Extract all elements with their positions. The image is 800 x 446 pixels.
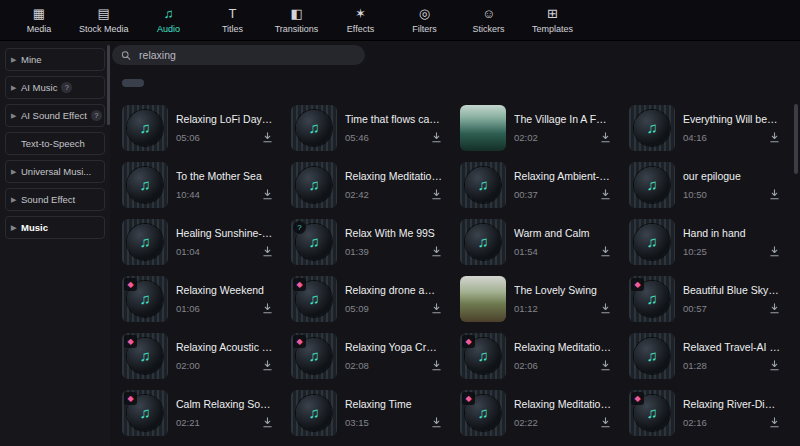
toolbar-item[interactable]: T Titles [202, 7, 264, 34]
audio-card[interactable]: ◆ ♫ Beautiful Blue Sky-AI m... 00:57 [627, 270, 790, 327]
audio-thumbnail: ♫ [629, 219, 675, 265]
audio-card[interactable]: ♫ our epilogue 10:50 [627, 156, 790, 213]
download-icon[interactable] [431, 132, 442, 143]
audio-card[interactable]: ♫ Relaxing Ambient-AI M... 00:37 [458, 156, 621, 213]
toolbar-item[interactable]: ▤ Stock Media [72, 7, 136, 34]
vinyl-disc: ♫ [296, 167, 332, 203]
audio-card[interactable]: ♫ Healing Sunshine-AI m... 01:04 [120, 213, 283, 270]
chevron-right-icon: ▶ [11, 84, 16, 92]
download-icon[interactable] [262, 246, 273, 257]
download-icon[interactable] [600, 246, 611, 257]
download-icon[interactable] [769, 360, 780, 371]
download-icon[interactable] [769, 303, 780, 314]
audio-meta: Hand in hand 10:25 [683, 227, 788, 257]
audio-card[interactable]: ♫ Relaxing Time 03:15 [289, 384, 452, 441]
audio-title: Relaxing Ambient-AI M... [514, 170, 611, 182]
audio-card[interactable]: ◆ ♫ Relaxing Weekend 01:06 [120, 270, 283, 327]
results-tab[interactable] [122, 79, 144, 87]
download-icon[interactable] [431, 417, 442, 428]
audio-meta: Relaxing Weekend 01:06 [176, 284, 281, 314]
toolbar-item[interactable]: ☺ Stickers [458, 7, 520, 34]
sidebar-item[interactable]: ▶ Sound Effect [5, 188, 105, 211]
search-icon [121, 50, 131, 61]
music-note-icon: ♫ [646, 120, 657, 135]
chevron-right-icon: ▶ [11, 112, 16, 120]
download-icon[interactable] [431, 246, 442, 257]
audio-card[interactable]: ♫ Time that flows calmly 05:46 [289, 99, 452, 156]
download-icon[interactable] [262, 189, 273, 200]
music-note-icon: ♫ [646, 234, 657, 249]
audio-card[interactable]: ♫ To the Mother Sea 10:44 [120, 156, 283, 213]
sidebar-item[interactable]: Text-to-Speech [5, 132, 105, 155]
titles-icon: T [229, 7, 237, 22]
audio-card[interactable]: ♫ Relaxed Travel-AI Music 01:28 [627, 327, 790, 384]
download-icon[interactable] [600, 360, 611, 371]
toolbar-item[interactable]: ▦ Media [8, 7, 70, 34]
audio-card[interactable]: ◆ ♫ Relaxing Acoustic Musi... 02:00 [120, 327, 283, 384]
sidebar-item[interactable]: ▶ Universal Musi... [5, 160, 105, 183]
sidebar-item-label: Mine [21, 54, 42, 65]
audio-card[interactable]: ? ♫ Relax With Me 99S 01:39 [289, 213, 452, 270]
audio-title: Relaxing Time [345, 398, 442, 410]
download-icon[interactable] [769, 132, 780, 143]
download-icon[interactable] [769, 246, 780, 257]
sidebar-item[interactable]: ▶ Music [5, 216, 105, 239]
sidebar-item-label: Music [21, 222, 48, 233]
audio-card[interactable]: ♫ Warm and Calm 01:54 [458, 213, 621, 270]
audio-card[interactable]: ♫ Relaxing LoFi Day-AI m... 05:06 [120, 99, 283, 156]
search-box[interactable] [112, 45, 365, 65]
toolbar-item[interactable]: ♫ Audio [138, 7, 200, 34]
chevron-right-icon: ▶ [11, 196, 16, 204]
download-icon[interactable] [431, 360, 442, 371]
music-note-icon: ♫ [308, 120, 319, 135]
audio-meta: Healing Sunshine-AI m... 01:04 [176, 227, 281, 257]
vinyl-disc: ♫ [634, 110, 670, 146]
download-icon[interactable] [431, 189, 442, 200]
audio-card[interactable]: ◆ ♫ Relaxing Yoga Creek - ... 02:08 [289, 327, 452, 384]
download-icon[interactable] [600, 303, 611, 314]
sidebar-item[interactable]: ▶ AI Sound Effect ? [5, 104, 105, 127]
download-icon[interactable] [769, 417, 780, 428]
toolbar-item[interactable]: ⊞ Templates [522, 7, 584, 34]
audio-duration: 05:06 [176, 132, 200, 143]
audio-card[interactable]: ◆ ♫ Relaxing Meditation - ... 02:22 [458, 384, 621, 441]
audio-card[interactable]: ♫ Relaxing Meditation(54... 02:42 [289, 156, 452, 213]
audio-duration: 01:54 [514, 246, 538, 257]
sidebar-item[interactable]: ▶ Mine [5, 48, 105, 71]
audio-card[interactable]: ◆ ♫ Relaxing drone ambient 05:09 [289, 270, 452, 327]
toolbar-label: Templates [532, 24, 573, 34]
download-icon[interactable] [262, 417, 273, 428]
sidebar-item[interactable]: ▶ AI Music ? [5, 76, 105, 99]
audio-card[interactable]: ♫ Hand in hand 10:25 [627, 213, 790, 270]
download-icon[interactable] [600, 132, 611, 143]
toolbar-item[interactable]: ◎ Filters [394, 7, 456, 34]
audio-meta: Relaxing Meditation(54... 02:42 [345, 170, 450, 200]
download-icon[interactable] [262, 132, 273, 143]
audio-card[interactable]: ♫ The Lovely Swing 01:12 [458, 270, 621, 327]
vinyl-disc: ♫ [296, 395, 332, 431]
download-icon[interactable] [600, 417, 611, 428]
download-icon[interactable] [600, 189, 611, 200]
search-row [110, 41, 800, 69]
audio-thumbnail: ◆ ♫ [122, 390, 168, 436]
music-note-icon: ♫ [477, 177, 488, 192]
audio-thumbnail: ♫ [122, 162, 168, 208]
audio-thumbnail: ◆ ♫ [291, 276, 337, 322]
audio-meta: Time that flows calmly 05:46 [345, 113, 450, 143]
audio-card[interactable]: ♫ The Village In A Forest 02:02 [458, 99, 621, 156]
toolbar-item[interactable]: ◧ Transitions [266, 7, 328, 34]
audio-title: our epilogue [683, 170, 780, 182]
grid-scrollbar[interactable] [794, 104, 798, 174]
audio-card[interactable]: ◆ ♫ Relaxing Meditation(54... 02:06 [458, 327, 621, 384]
pro-badge: ◆ [631, 278, 644, 291]
download-icon[interactable] [262, 360, 273, 371]
toolbar-item[interactable]: ✶ Effects [330, 7, 392, 34]
audio-card[interactable]: ◆ ♫ Relaxing River-Distant ... 02:16 [627, 384, 790, 441]
download-icon[interactable] [431, 303, 442, 314]
download-icon[interactable] [262, 303, 273, 314]
download-icon[interactable] [769, 189, 780, 200]
audio-card[interactable]: ◆ ♫ Calm Relaxing Sound T... 02:21 [120, 384, 283, 441]
vinyl-disc: ♫ [127, 224, 163, 260]
search-input[interactable] [137, 48, 356, 62]
audio-card[interactable]: ♫ Everything Will be Bett... 04:16 [627, 99, 790, 156]
